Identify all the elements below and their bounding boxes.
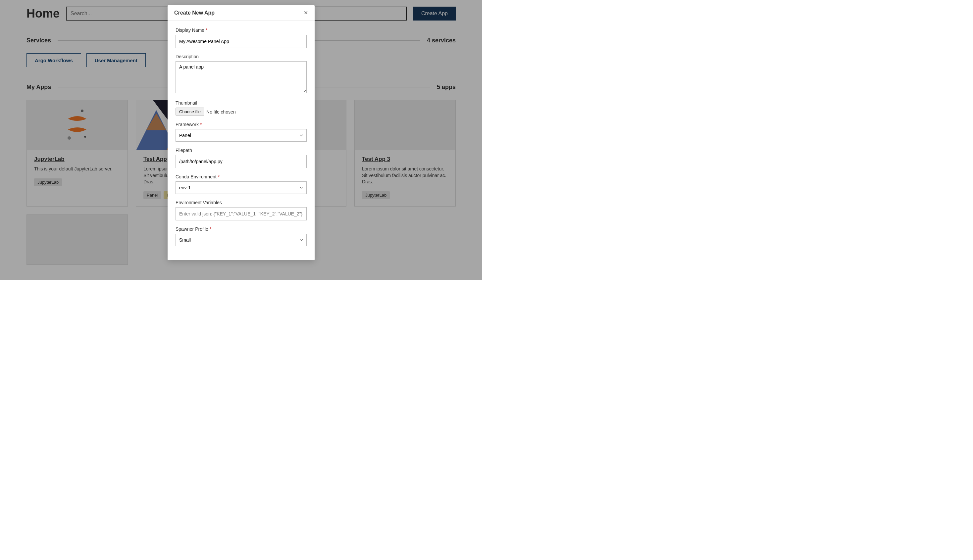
- create-app-modal: Create New App ✕ Display Name * Descript…: [168, 5, 315, 260]
- framework-select[interactable]: Panel: [175, 129, 307, 142]
- close-icon[interactable]: ✕: [304, 10, 308, 15]
- env-vars-input[interactable]: [175, 207, 307, 220]
- modal-title: Create New App: [174, 10, 215, 16]
- description-label: Description: [175, 54, 307, 59]
- choose-file-button[interactable]: Choose file: [175, 108, 204, 116]
- spawner-profile-select[interactable]: Small: [175, 234, 307, 246]
- display-name-label: Display Name *: [175, 27, 307, 33]
- framework-label: Framework *: [175, 122, 307, 127]
- env-vars-label: Environment Variables: [175, 200, 307, 205]
- display-name-input[interactable]: [175, 35, 307, 48]
- filepath-input[interactable]: [175, 155, 307, 168]
- conda-env-label: Conda Environment *: [175, 174, 307, 179]
- spawner-profile-label: Spawner Profile *: [175, 227, 307, 232]
- filepath-label: Filepath: [175, 148, 307, 153]
- file-status: No file chosen: [206, 109, 236, 115]
- conda-env-select[interactable]: env-1: [175, 182, 307, 194]
- thumbnail-label: Thumbnail: [175, 100, 307, 106]
- description-input[interactable]: A panel app: [175, 61, 307, 93]
